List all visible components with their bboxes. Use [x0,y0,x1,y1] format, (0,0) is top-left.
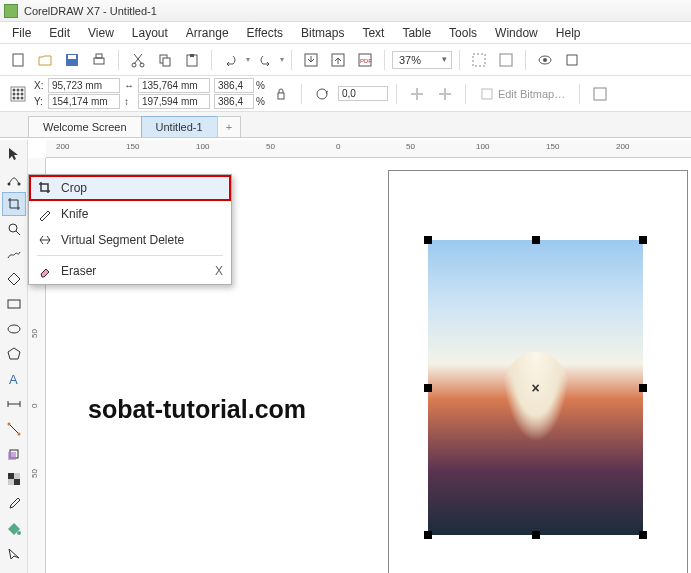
smart-fill-tool[interactable] [2,267,26,291]
svg-point-25 [17,92,20,95]
mirror-h-button[interactable] [405,82,429,106]
snap-button[interactable] [467,48,491,72]
freehand-tool[interactable] [2,242,26,266]
copy-button[interactable] [153,48,177,72]
svg-rect-0 [13,54,23,66]
property-bar: X: 95,723 mm Y: 154,174 mm ↔ 135,764 mm … [0,76,691,112]
separator [211,50,212,70]
pick-tool[interactable] [2,142,26,166]
height-input[interactable]: 197,594 mm [138,94,210,109]
menu-item-knife[interactable]: Knife [29,201,231,227]
paste-button[interactable] [180,48,204,72]
handle-mr[interactable] [639,384,647,392]
rectangle-tool[interactable] [2,292,26,316]
svg-rect-45 [14,479,20,485]
tab-welcome[interactable]: Welcome Screen [28,116,142,137]
polygon-tool[interactable] [2,342,26,366]
app-icon [4,4,18,18]
menu-edit[interactable]: Edit [41,24,78,42]
menu-layout[interactable]: Layout [124,24,176,42]
eyedropper-tool[interactable] [2,492,26,516]
standard-toolbar: ▾ ▾ PDF 37% [0,44,691,76]
menu-table[interactable]: Table [394,24,439,42]
svg-point-36 [9,224,17,232]
selected-image[interactable]: × [428,240,643,535]
cut-button[interactable] [126,48,150,72]
export-button[interactable] [326,48,350,72]
separator [291,50,292,70]
menu-effects[interactable]: Effects [239,24,291,42]
origin-button[interactable] [6,82,30,106]
publish-pdf-button[interactable]: PDF [353,48,377,72]
redo-button[interactable] [253,48,277,72]
scale-y-input[interactable]: 386,4 [214,94,254,109]
tab-untitled[interactable]: Untitled-1 [141,116,218,137]
handle-tr[interactable] [639,236,647,244]
rotation-input[interactable]: 0,0 [338,86,388,101]
selection-center: × [531,380,539,396]
width-icon: ↔ [124,80,136,91]
window-title: CorelDRAW X7 - Untitled-1 [24,5,157,17]
svg-point-48 [17,531,21,535]
dimension-tool[interactable] [2,392,26,416]
menu-item-crop[interactable]: Crop [29,175,231,201]
svg-rect-46 [14,473,20,479]
menu-window[interactable]: Window [487,24,546,42]
handle-tl[interactable] [424,236,432,244]
menu-arrange[interactable]: Arrange [178,24,237,42]
x-input[interactable]: 95,723 mm [48,78,120,93]
ellipse-tool[interactable] [2,317,26,341]
rotation-icon [310,82,334,106]
menu-view[interactable]: View [80,24,122,42]
svg-rect-44 [8,473,14,479]
menu-item-vsd[interactable]: Virtual Segment Delete [29,227,231,253]
handle-ml[interactable] [424,384,432,392]
zoom-tool[interactable] [2,217,26,241]
separator [465,84,466,104]
preview-button[interactable] [533,48,557,72]
document-tabs: Welcome Screen Untitled-1 + [0,112,691,138]
mirror-v-button[interactable] [433,82,457,106]
y-input[interactable]: 154,174 mm [48,94,120,109]
open-button[interactable] [33,48,57,72]
new-button[interactable] [6,48,30,72]
shape-tool[interactable] [2,167,26,191]
handle-bm[interactable] [532,531,540,539]
options-button[interactable] [494,48,518,72]
save-button[interactable] [60,48,84,72]
menu-file[interactable]: File [4,24,39,42]
undo-button[interactable] [219,48,243,72]
menu-item-eraser[interactable]: Eraser X [29,258,231,284]
width-input[interactable]: 135,764 mm [138,78,210,93]
transparency-tool[interactable] [2,467,26,491]
outline-tool[interactable] [2,542,26,566]
svg-rect-3 [94,58,104,64]
position-inputs: X: 95,723 mm Y: 154,174 mm [34,78,120,109]
handle-bl[interactable] [424,531,432,539]
zoom-combo[interactable]: 37% [392,51,452,69]
menu-tools[interactable]: Tools [441,24,485,42]
trace-button[interactable] [588,82,612,106]
menu-text[interactable]: Text [354,24,392,42]
launch-button[interactable] [560,48,584,72]
import-button[interactable] [299,48,323,72]
scale-x-input[interactable]: 386,4 [214,78,254,93]
text-tool[interactable]: A [2,367,26,391]
separator [301,84,302,104]
handle-br[interactable] [639,531,647,539]
menu-help[interactable]: Help [548,24,589,42]
edit-bitmap-button[interactable]: Edit Bitmap… [474,82,571,106]
svg-point-31 [317,89,327,99]
fill-tool[interactable] [2,517,26,541]
svg-point-41 [17,433,20,436]
effects-tool[interactable] [2,442,26,466]
svg-text:A: A [9,372,18,387]
handle-tm[interactable] [532,236,540,244]
tab-new[interactable]: + [217,116,241,137]
menu-bitmaps[interactable]: Bitmaps [293,24,352,42]
crop-tool[interactable] [2,192,26,216]
lock-ratio-button[interactable] [269,82,293,106]
connector-tool[interactable] [2,417,26,441]
print-button[interactable] [87,48,111,72]
separator [118,50,119,70]
